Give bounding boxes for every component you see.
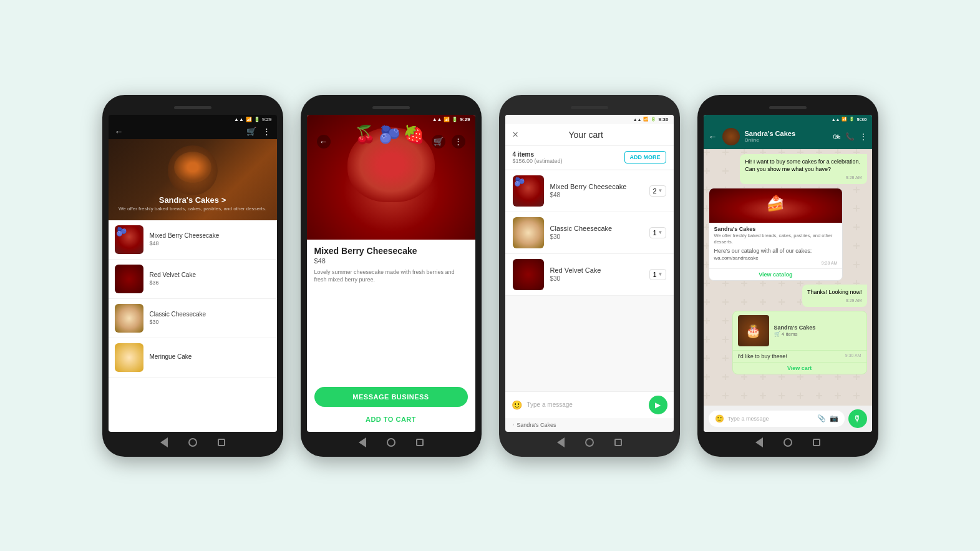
- home-nav-1[interactable]: [187, 437, 198, 448]
- cart-time: 9:30 AM: [845, 353, 861, 359]
- add-to-cart-button[interactable]: ADD TO CART: [314, 412, 468, 427]
- emoji-icon-chat[interactable]: 🙂: [715, 414, 724, 423]
- cart-share-card[interactable]: Sandra's Cakes 🛒 4 items I'd like to buy…: [732, 311, 867, 374]
- catalog-card[interactable]: Sandra's Cakes We offer freshly baked br…: [709, 188, 843, 281]
- detail-product-price: $48: [314, 257, 468, 265]
- phone1-header: ← 🛒 ⋮: [109, 124, 277, 139]
- product-name-0: Mixed Berry Cheesecake: [150, 232, 271, 239]
- close-button[interactable]: ×: [513, 129, 518, 140]
- business-desc-1: We offer freshly baked breads, cakes, pa…: [119, 206, 266, 212]
- phone-top-bar-3: [505, 101, 674, 115]
- attachment-icon[interactable]: 📎: [817, 414, 826, 422]
- emoji-icon-3[interactable]: 🙂: [512, 400, 522, 410]
- cart-items-list: Mixed Berry Cheesecake $48 2 ▼ Classic C…: [505, 170, 674, 391]
- list-item[interactable]: Red Velvet Cake $36: [109, 260, 277, 299]
- nav-bar-1: [109, 432, 277, 451]
- back-nav-4[interactable]: [754, 437, 765, 448]
- catalog-card-info: Sandra's Cakes We offer freshly baked br…: [709, 223, 843, 268]
- back-nav-1[interactable]: [158, 437, 170, 448]
- recents-nav-4[interactable]: [811, 437, 822, 448]
- menu-icon-2[interactable]: ⋮: [452, 135, 465, 149]
- chat-input-text[interactable]: Type a message: [728, 416, 813, 422]
- send-button-cart[interactable]: ▶: [649, 396, 667, 414]
- bubble-text-2: Thanks! Looking now!: [807, 288, 862, 296]
- detail-product-desc: Lovely summer cheesecake made with fresh…: [314, 268, 468, 284]
- menu-icon-4[interactable]: ⋮: [860, 132, 867, 141]
- cart-shop-name: Sandra's Cakes: [774, 324, 816, 331]
- list-item[interactable]: Mixed Berry Cheesecake $48: [109, 220, 277, 260]
- hero-image-1: Sandra's Cakes > We offer freshly baked …: [109, 139, 277, 220]
- speaker-1: [174, 106, 211, 109]
- product-thumb-classic: [115, 304, 143, 333]
- add-more-button[interactable]: ADD MORE: [624, 151, 666, 163]
- chat-contact-name: Sandra's Cakes: [745, 130, 828, 137]
- phone-top-bar-2: [307, 101, 475, 115]
- cart-message-bar: 🙂 Type a message ▶: [505, 391, 674, 418]
- cart-item-info-0: Mixed Berry Cheesecake $48: [550, 183, 644, 198]
- list-item[interactable]: Meringue Cake: [109, 338, 277, 378]
- cart-icon-1[interactable]: 🛒: [246, 127, 256, 136]
- chat-send-button[interactable]: 🎙: [848, 409, 867, 428]
- header-icons-1: 🛒 ⋮: [246, 127, 271, 136]
- catalog-link[interactable]: wa.com/sandracake: [714, 255, 838, 261]
- product-info-3: Meringue Cake: [150, 353, 271, 361]
- cart-item-qty-0[interactable]: 2 ▼: [649, 185, 666, 197]
- home-nav-4[interactable]: [782, 437, 793, 448]
- recents-nav-2[interactable]: [414, 437, 425, 448]
- view-cart-button[interactable]: View cart: [733, 362, 866, 374]
- chat-header: ← Sandra's Cakes Online 🛍 📞 ⋮: [704, 124, 872, 149]
- message-input-cart[interactable]: Type a message: [527, 401, 644, 408]
- call-icon-4[interactable]: 📞: [845, 132, 855, 141]
- detail-product-name: Mixed Berry Cheesecake: [314, 246, 468, 256]
- cart-item-qty-2[interactable]: 1 ▼: [649, 269, 666, 280]
- home-nav-2[interactable]: [386, 437, 397, 448]
- cart-items-badge: 🛒 4 items: [774, 331, 816, 337]
- cart-icon-2[interactable]: 🛒: [432, 135, 445, 149]
- product-detail-image: [307, 115, 475, 240]
- back-icon-2[interactable]: ←: [317, 135, 331, 149]
- back-nav-2[interactable]: [357, 437, 368, 448]
- back-nav-3[interactable]: [555, 437, 566, 448]
- speaker-4: [769, 106, 807, 109]
- back-icon-1[interactable]: ←: [115, 127, 124, 137]
- chat-body: Hi! I want to buy some cakes for a celeb…: [704, 149, 872, 406]
- chat-input-area[interactable]: 🙂 Type a message 📎 📷: [709, 411, 845, 427]
- nav-bar-4: [704, 432, 872, 451]
- view-catalog-button[interactable]: View catalog: [709, 268, 843, 280]
- cart-estimate: $156.00 (estimated): [513, 158, 563, 164]
- message-business-button[interactable]: MESSAGE BUSINESS: [314, 387, 468, 407]
- cart-header: × Your cart: [505, 124, 674, 146]
- nav-bar-3: [505, 432, 674, 451]
- catalog-icon-4[interactable]: 🛍: [833, 132, 840, 141]
- chat-avatar: [722, 128, 740, 145]
- phone-2: ▲▲ 📶 🔋 9:29 ← 🛒 ⋮ Mixed Berry Cheesecake…: [301, 95, 482, 457]
- product-list-1: Mixed Berry Cheesecake $48 Red Velvet Ca…: [109, 220, 277, 432]
- back-icon-4[interactable]: ←: [709, 132, 717, 142]
- product-thumb-berry: [115, 225, 143, 254]
- phone-1: ▲▲ 📶 🔋 9:29 ← 🛒 ⋮ Sandra's Cakes > We of…: [102, 95, 283, 457]
- product-price-0: $48: [150, 240, 271, 246]
- recents-nav-1[interactable]: [216, 437, 227, 448]
- signal-icon-1: ▲▲: [234, 117, 244, 122]
- menu-icon-1[interactable]: ⋮: [263, 127, 271, 136]
- product-info-1: Red Velvet Cake $36: [150, 271, 271, 286]
- cart-summary: 4 items $156.00 (estimated) ADD MORE: [505, 146, 674, 169]
- catalog-text: Here's our catalog with all of our cakes…: [714, 248, 838, 254]
- phone-4: ▲▲ 📶 🔋 9:30 ← Sandra's Cakes Online 🛍 📞 …: [697, 95, 878, 457]
- cart-item-qty-1[interactable]: 1 ▼: [649, 227, 666, 238]
- catalog-desc: We offer freshly baked breads, cakes, pa…: [714, 233, 838, 245]
- recents-nav-3[interactable]: [613, 437, 624, 448]
- product-info-0: Mixed Berry Cheesecake $48: [150, 232, 271, 246]
- home-nav-3[interactable]: [584, 437, 595, 448]
- phones-container: ▲▲ 📶 🔋 9:29 ← 🛒 ⋮ Sandra's Cakes > We of…: [90, 70, 891, 482]
- phone-3: ▲▲ 📶 🔋 9:30 × Your cart 4 items $156.00 …: [499, 95, 680, 457]
- chat-contact-info: Sandra's Cakes Online: [745, 130, 828, 143]
- status-time-1: 9:29: [262, 117, 272, 122]
- list-item[interactable]: Classic Cheesecake $30: [109, 299, 277, 338]
- cart-item-2: Red Velvet Cake $30 1 ▼: [505, 254, 674, 296]
- camera-icon[interactable]: 📷: [830, 414, 838, 422]
- phone-top-bar-1: [109, 101, 277, 115]
- product-name-1: Red Velvet Cake: [150, 271, 271, 278]
- status-time-4: 9:30: [856, 117, 866, 122]
- cart-item-price-1: $30: [550, 233, 644, 240]
